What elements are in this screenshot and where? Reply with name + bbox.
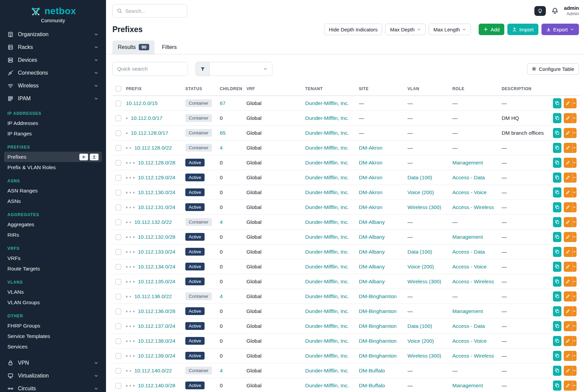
prefix-link[interactable]: 10.112.128.0/22 (134, 145, 172, 151)
sidebar-item-wireless[interactable]: Wireless (4, 79, 102, 92)
sidebar-item-asn-ranges[interactable]: ASN Ranges (4, 185, 102, 196)
vlan-link[interactable]: Wireless (300) (407, 279, 441, 284)
role-link[interactable]: Management (452, 234, 483, 240)
prefix-link[interactable]: 10.112.136.0/22 (134, 293, 172, 299)
sidebar-item-ip-addresses[interactable]: IP Addresses (4, 118, 102, 128)
role-link[interactable]: Access - Data (452, 323, 485, 329)
column-header-prefix[interactable]: PREFIX (126, 81, 185, 96)
site-link[interactable]: DM-Binghamton (359, 293, 397, 299)
row-checkbox[interactable] (115, 368, 121, 374)
edit-button[interactable] (564, 232, 572, 242)
saved-filter-select[interactable] (210, 62, 272, 76)
edit-dropdown-toggle[interactable] (572, 381, 577, 391)
sidebar-item-aggregates[interactable]: Aggregates (4, 219, 102, 230)
tenant-link[interactable]: Dunder-Mifflin, Inc. (305, 308, 349, 314)
edit-dropdown-toggle[interactable] (572, 336, 577, 346)
tenant-link[interactable]: Dunder-Mifflin, Inc. (305, 264, 349, 269)
edit-dropdown-toggle[interactable] (572, 143, 577, 153)
max-depth-dropdown[interactable]: Max Depth (385, 24, 426, 35)
edit-dropdown-toggle[interactable] (572, 98, 577, 108)
column-header-status[interactable]: STATUS (185, 81, 220, 96)
tenant-link[interactable]: Dunder-Mifflin, Inc. (305, 234, 349, 240)
row-checkbox[interactable] (115, 249, 121, 255)
row-checkbox[interactable] (115, 101, 121, 106)
edit-dropdown-toggle[interactable] (572, 306, 577, 316)
clone-button[interactable] (553, 247, 561, 257)
sidebar-item-virtualization[interactable]: Virtualization (4, 369, 102, 382)
clone-button[interactable] (553, 98, 561, 108)
prefix-link[interactable]: 10.112.139.0/24 (138, 353, 176, 359)
site-link[interactable]: DM-Binghamton (359, 323, 397, 329)
sidebar-item-vpn[interactable]: VPN (4, 357, 102, 369)
edit-button[interactable] (564, 366, 572, 376)
prefix-link[interactable]: 10.112.0.0/17 (131, 115, 163, 121)
hide-depth-indicators-button[interactable]: Hide Depth Indicators (324, 24, 382, 35)
clone-button[interactable] (553, 277, 561, 287)
row-checkbox[interactable] (115, 205, 121, 210)
edit-dropdown-toggle[interactable] (572, 366, 577, 376)
children-count-link[interactable]: 4 (220, 293, 223, 299)
site-link[interactable]: DM-Albany (359, 279, 385, 284)
clone-button[interactable] (553, 232, 561, 242)
role-link[interactable]: Management (452, 383, 483, 388)
prefix-link[interactable]: 10.112.140.0/22 (134, 368, 172, 373)
clone-button[interactable] (553, 143, 561, 153)
role-link[interactable]: Access - Data (452, 175, 485, 180)
column-header-vrf[interactable]: VRF (246, 81, 305, 96)
sidebar-item-prefix-vlan-roles[interactable]: Prefix & VLAN Roles (4, 162, 102, 173)
tenant-link[interactable]: Dunder-Mifflin, Inc. (305, 204, 349, 210)
role-link[interactable]: Access - Voice (452, 264, 487, 269)
row-checkbox[interactable] (115, 145, 121, 151)
tenant-link[interactable]: Dunder-Mifflin, Inc. (305, 338, 349, 344)
vlan-link[interactable]: Data (100) (407, 249, 432, 255)
sidebar-item-organization[interactable]: Organization (4, 28, 102, 41)
children-count-link[interactable]: 65 (220, 130, 225, 136)
tenant-link[interactable]: Dunder-Mifflin, Inc. (305, 100, 349, 106)
tab-results[interactable]: Results 90 (112, 41, 155, 54)
edit-dropdown-toggle[interactable] (572, 232, 577, 242)
site-link[interactable]: DM-Buffalo (359, 383, 385, 388)
select-all-checkbox[interactable] (115, 86, 121, 92)
theme-toggle-button[interactable] (534, 6, 546, 16)
role-link[interactable]: Access - Wireless (452, 353, 494, 359)
sidebar-item-service-templates[interactable]: Service Templates (4, 331, 102, 341)
export-button[interactable]: Export (541, 24, 579, 35)
clone-button[interactable] (553, 351, 561, 361)
row-checkbox[interactable] (115, 323, 121, 329)
tenant-link[interactable]: Dunder-Mifflin, Inc. (305, 383, 349, 388)
site-link[interactable]: DM-Akron (359, 189, 382, 195)
edit-dropdown-toggle[interactable] (572, 158, 577, 168)
site-link[interactable]: DM-Binghamton (359, 308, 397, 314)
edit-dropdown-toggle[interactable] (572, 187, 577, 198)
role-link[interactable]: Management (452, 308, 483, 314)
column-header-site[interactable]: SITE (359, 81, 407, 96)
tenant-link[interactable]: Dunder-Mifflin, Inc. (305, 145, 349, 151)
vlan-link[interactable]: Voice (200) (407, 264, 434, 269)
vlan-link[interactable]: Voice (200) (407, 338, 434, 344)
sidebar-item-route-targets[interactable]: Route Targets (4, 263, 102, 274)
row-checkbox[interactable] (115, 130, 121, 136)
clone-button[interactable] (553, 336, 561, 346)
prefix-link[interactable]: 10.112.133.0/24 (138, 249, 176, 255)
row-checkbox[interactable] (115, 234, 121, 240)
row-checkbox[interactable] (115, 160, 121, 166)
import-button[interactable]: Import (507, 24, 538, 35)
sidebar-item-circuits[interactable]: Circuits (4, 382, 102, 392)
tenant-link[interactable]: Dunder-Mifflin, Inc. (305, 323, 349, 329)
brand[interactable]: netbox Community (0, 0, 106, 23)
tenant-link[interactable]: Dunder-Mifflin, Inc. (305, 368, 349, 373)
edit-button[interactable] (564, 321, 572, 331)
prefix-link[interactable]: 10.112.137.0/24 (138, 323, 176, 329)
sidebar-item-racks[interactable]: Racks (4, 41, 102, 54)
sidebar-item-asns[interactable]: ASNs (4, 196, 102, 206)
edit-button[interactable] (564, 381, 572, 391)
row-checkbox[interactable] (115, 279, 121, 285)
edit-button[interactable] (564, 113, 572, 123)
edit-button[interactable] (564, 217, 572, 227)
sidebar-item-fhrp-groups[interactable]: FHRP Groups (4, 320, 102, 331)
site-link[interactable]: DM-Binghamton (359, 353, 397, 359)
sidebar-item-ip-ranges[interactable]: IP Ranges (4, 128, 102, 139)
tenant-link[interactable]: Dunder-Mifflin, Inc. (305, 160, 349, 165)
row-checkbox[interactable] (115, 338, 121, 344)
column-header-tenant[interactable]: TENANT (305, 81, 359, 96)
